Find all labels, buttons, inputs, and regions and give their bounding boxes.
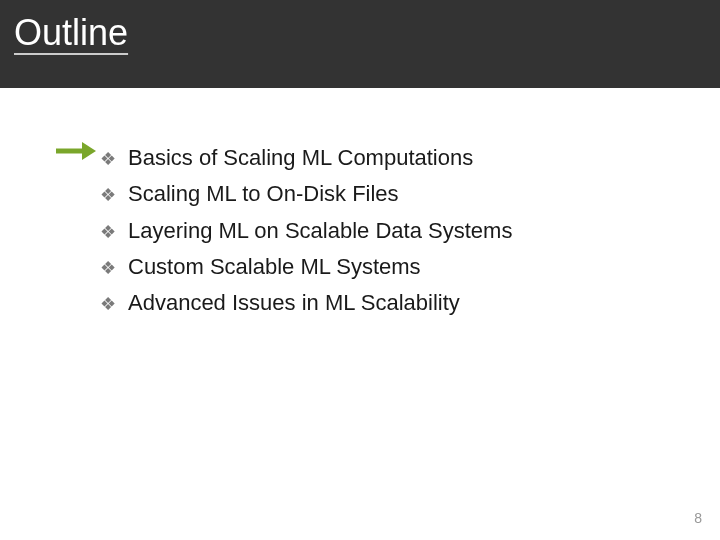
list-item-label: Advanced Issues in ML Scalability bbox=[128, 285, 460, 321]
diamond-bullet-icon: ❖ bbox=[100, 290, 118, 320]
diamond-bullet-icon: ❖ bbox=[100, 181, 118, 211]
outline-list: ❖ Basics of Scaling ML Computations ❖ Sc… bbox=[100, 140, 720, 321]
page-number: 8 bbox=[694, 510, 702, 526]
list-item-label: Layering ML on Scalable Data Systems bbox=[128, 213, 512, 249]
list-item: ❖ Custom Scalable ML Systems bbox=[100, 249, 720, 285]
current-item-arrow-icon bbox=[54, 140, 96, 162]
list-item-label: Basics of Scaling ML Computations bbox=[128, 140, 473, 176]
header-bar: Outline bbox=[0, 0, 720, 88]
diamond-bullet-icon: ❖ bbox=[100, 145, 118, 175]
diamond-bullet-icon: ❖ bbox=[100, 218, 118, 248]
page-title: Outline bbox=[14, 12, 720, 54]
list-item-label: Scaling ML to On-Disk Files bbox=[128, 176, 399, 212]
list-item: ❖ Layering ML on Scalable Data Systems bbox=[100, 213, 720, 249]
svg-marker-1 bbox=[82, 142, 96, 160]
list-item: ❖ Basics of Scaling ML Computations bbox=[100, 140, 720, 176]
content-area: ❖ Basics of Scaling ML Computations ❖ Sc… bbox=[0, 88, 720, 321]
diamond-bullet-icon: ❖ bbox=[100, 254, 118, 284]
list-item: ❖ Advanced Issues in ML Scalability bbox=[100, 285, 720, 321]
list-item: ❖ Scaling ML to On-Disk Files bbox=[100, 176, 720, 212]
list-item-label: Custom Scalable ML Systems bbox=[128, 249, 421, 285]
